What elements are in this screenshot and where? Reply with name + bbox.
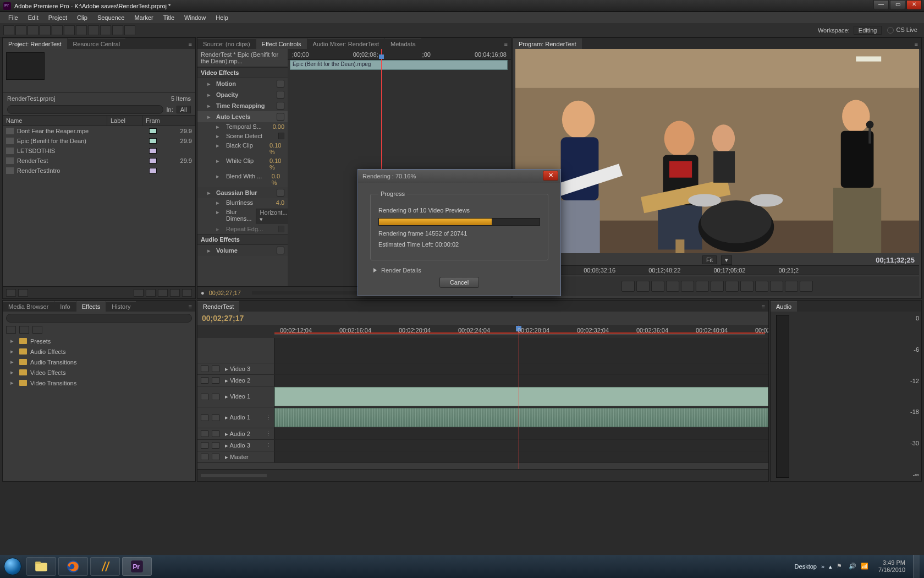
dialog-close-icon[interactable]: ✕ [543,171,558,181]
taskbar-winamp[interactable] [90,557,120,576]
cancel-button[interactable]: Cancel [439,277,479,288]
taskbar-firefox[interactable] [58,557,88,576]
modal-layer: Rendering : 70.16% ✕ Progress Rendering … [0,0,924,578]
tray-expand-icon[interactable]: » [821,563,824,570]
svg-rect-27 [35,561,41,564]
windows-orb-icon [4,558,21,575]
dialog-titlebar[interactable]: Rendering : 70.16% ✕ [358,170,560,183]
dialog-title: Rendering : 70.16% [362,173,416,179]
volume-icon[interactable]: 🔊 [849,563,856,570]
desktop-toolbar-label[interactable]: Desktop [795,563,817,570]
start-button[interactable] [0,555,25,578]
network-icon[interactable]: 📶 [861,563,868,570]
taskbar-clock[interactable]: 3:49 PM 7/16/2010 [878,559,905,574]
render-details-toggle[interactable]: Render Details [373,267,548,274]
render-progressbar [378,218,540,226]
render-status-line: Rendering 8 of 10 Video Previews [378,207,540,214]
taskbar-premiere[interactable]: Pr [122,557,152,576]
windows-taskbar: Pr Desktop » ▴ ⚑ 🔊 📶 3:49 PM 7/16/2010 [0,555,924,578]
disclosure-triangle-icon [373,268,377,272]
svg-text:Pr: Pr [133,563,140,571]
tray-icon[interactable]: ⚑ [837,563,844,570]
rendering-dialog: Rendering : 70.16% ✕ Progress Rendering … [358,169,561,296]
taskbar-explorer[interactable] [26,557,56,576]
show-desktop-button[interactable] [913,555,920,578]
svg-rect-26 [35,563,47,571]
progress-legend: Progress [378,190,407,197]
show-hidden-icons[interactable]: ▴ [829,563,832,570]
render-frame-line: Rendering frame 14552 of 20741 [378,230,540,237]
render-eta-line: Estimated Time Left: 00:00:02 [378,241,540,248]
